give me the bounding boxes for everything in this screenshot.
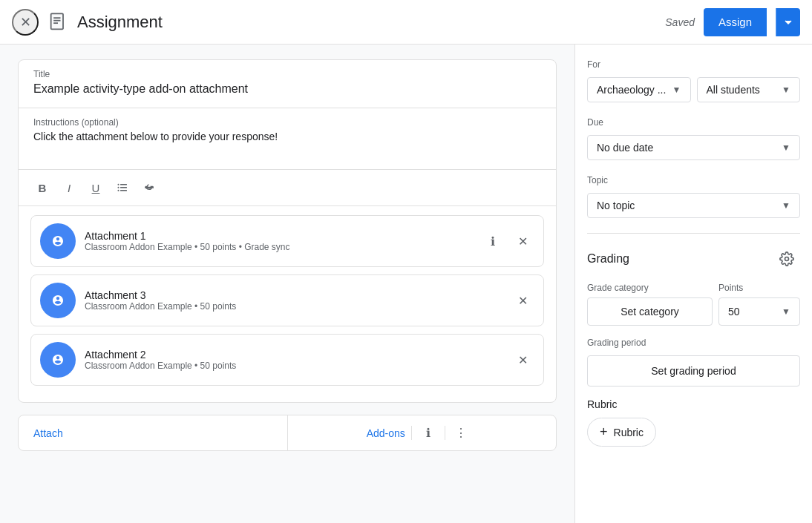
for-section: For Archaeology ... ▼ All students ▼ [587,59,800,102]
title-label: Title [33,69,541,79]
underline-button[interactable]: U [84,176,108,200]
chevron-down-icon: ▼ [782,142,790,153]
attach-button[interactable]: Attach [19,415,287,450]
close-button[interactable]: ✕ [12,9,39,36]
strikethrough-button[interactable] [137,176,161,200]
rubric-label: Rubric [587,398,800,410]
attachment-remove-button-1[interactable]: ✕ [511,229,534,253]
topic-value: No topic [597,200,635,211]
set-grading-period-button[interactable]: Set grading period [587,355,800,387]
bold-button[interactable]: B [30,176,54,200]
points-value: 50 [728,306,740,318]
instructions-section: Instructions (optional) Click the attach… [19,108,556,170]
points-col: Points 50 ▼ [718,283,800,326]
grade-category-label: Grade category [587,283,713,293]
grade-category-col: Grade category Set category [587,283,713,326]
right-panel: For Archaeology ... ▼ All students ▼ Due… [574,45,812,523]
formatting-toolbar: B I U [19,170,556,206]
due-label: Due [587,117,800,128]
grading-section: Grading Grade category Set category Poin… [587,246,800,447]
due-date-dropdown[interactable]: No due date ▼ [587,135,800,160]
assign-dropdown-button[interactable] [776,8,800,36]
left-panel: Title Instructions (optional) Click the … [0,45,574,523]
students-value: All students [707,84,760,96]
for-label: For [587,59,800,70]
chevron-down-icon [784,18,793,27]
class-value: Archaeology ... [597,84,666,96]
attachment-info-2: Attachment 3 Classroom Addon Example • 5… [85,289,502,312]
bottom-bar: Attach Add-ons ℹ ⋮ [18,415,557,451]
svg-point-9 [118,190,119,191]
attachment-actions-3: ✕ [511,348,534,372]
for-dropdowns: Archaeology ... ▼ All students ▼ [587,77,800,102]
attachment-name: Attachment 1 [85,230,472,242]
due-section: Due No due date ▼ [587,117,800,160]
page-title: Assignment [77,13,163,32]
header-right: Saved Assign [665,8,800,36]
topic-section: Topic No topic ▼ [587,175,800,218]
table-row: Attachment 2 Classroom Addon Example • 5… [30,334,544,386]
italic-button[interactable]: I [57,176,81,200]
bottom-bar-actions: ℹ ⋮ [411,426,477,440]
attachment-meta: Classroom Addon Example • 50 points [85,301,502,312]
attachment-info-1: Attachment 1 Classroom Addon Example • 5… [85,230,472,252]
gear-icon [779,251,794,266]
attachment-icon-2 [40,283,76,318]
attachments-list: Attachment 1 Classroom Addon Example • 5… [19,206,556,402]
list-icon [117,182,128,194]
strikethrough-icon [143,182,155,194]
svg-rect-0 [51,13,63,29]
add-rubric-button[interactable]: + Rubric [587,418,656,447]
attachment-remove-button-2[interactable]: ✕ [511,289,534,312]
table-row: Attachment 1 Classroom Addon Example • 5… [30,215,544,267]
attachment-meta: Classroom Addon Example • 50 points • Gr… [85,242,472,252]
title-section: Title [19,60,556,108]
addons-info-button[interactable]: ℹ [412,426,445,440]
instructions-input[interactable]: Click the attachment below to provide yo… [33,131,541,160]
header-left: ✕ Assignment [12,9,665,36]
attachment-info-button-1[interactable]: ℹ [481,229,505,253]
svg-rect-4 [120,184,127,185]
students-dropdown[interactable]: All students ▼ [697,77,801,102]
attachment-actions-2: ✕ [511,289,534,312]
attachment-icon-3 [40,342,76,378]
grading-title: Grading [587,252,629,266]
plus-icon: + [600,424,608,440]
topic-label: Topic [587,175,800,185]
title-input[interactable] [33,82,541,96]
attachment-name: Attachment 2 [85,349,502,361]
table-row: Attachment 3 Classroom Addon Example • 5… [30,274,544,326]
instructions-label: Instructions (optional) [33,117,541,128]
addons-label: Add-ons [367,427,405,439]
chevron-down-icon: ▼ [782,200,790,211]
grading-period-label: Grading period [587,338,800,348]
header: ✕ Assignment Saved Assign [0,0,812,45]
list-button[interactable] [111,176,134,200]
grading-header: Grading [587,246,800,272]
main-layout: Title Instructions (optional) Click the … [0,45,812,523]
attachment-name: Attachment 3 [85,289,502,301]
chevron-down-icon: ▼ [782,85,790,95]
attachment-icon-1 [40,223,76,259]
attachment-remove-button-3[interactable]: ✕ [511,348,534,372]
topic-dropdown[interactable]: No topic ▼ [587,193,800,218]
svg-point-14 [785,257,789,261]
points-dropdown[interactable]: 50 ▼ [718,297,800,326]
assign-button[interactable]: Assign [704,8,767,36]
chevron-down-icon: ▼ [672,85,681,95]
addons-section: Add-ons ℹ ⋮ [287,415,557,450]
attachment-actions-1: ℹ ✕ [481,229,534,253]
points-label: Points [718,283,800,293]
svg-rect-5 [120,187,127,188]
set-category-button[interactable]: Set category [587,297,713,326]
attachment-meta: Classroom Addon Example • 50 points [85,361,502,371]
grade-row: Grade category Set category Points 50 ▼ [587,283,800,326]
grading-settings-button[interactable] [773,246,800,272]
addons-more-button[interactable]: ⋮ [445,426,477,440]
attachment-info-3: Attachment 2 Classroom Addon Example • 5… [85,349,502,371]
class-dropdown[interactable]: Archaeology ... ▼ [587,77,691,102]
saved-status: Saved [665,16,695,28]
svg-point-8 [118,187,119,188]
document-icon [48,12,68,33]
add-rubric-label: Rubric [614,427,644,438]
